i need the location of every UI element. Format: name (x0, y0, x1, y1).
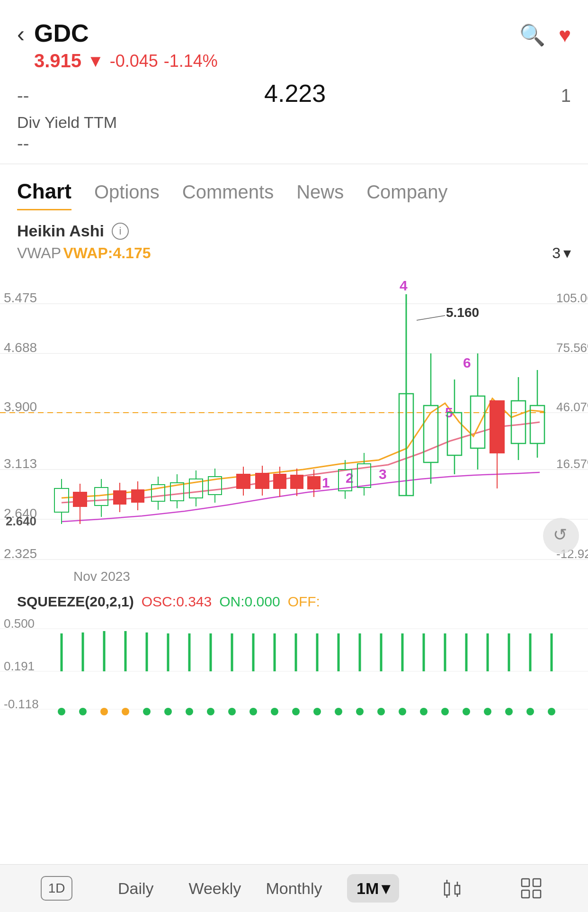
tabs-nav: Chart Options Comments News Company (0, 164, 588, 210)
main-chart: 5.475 4.688 3.900 3.113 2.640 2.325 105.… (0, 266, 588, 590)
period-badge[interactable]: 1M ▾ (347, 874, 399, 903)
stock-arrow: ▼ (87, 51, 104, 71)
svg-rect-159 (522, 879, 529, 886)
svg-point-150 (526, 708, 534, 715)
svg-text:↺: ↺ (553, 525, 567, 544)
indicator-label: Heikin Ashi (17, 222, 104, 240)
stat-left: -- (17, 86, 29, 106)
svg-text:1: 1 (322, 475, 330, 490)
stock-price: 3.915 (34, 50, 81, 72)
svg-point-120 (207, 708, 214, 715)
svg-point-142 (441, 708, 449, 715)
svg-point-108 (79, 708, 87, 715)
tab-chart[interactable]: Chart (17, 180, 71, 210)
svg-rect-46 (237, 474, 250, 488)
svg-text:6: 6 (463, 355, 471, 370)
svg-text:5.160: 5.160 (446, 305, 479, 320)
div-yield-value: -- (17, 134, 571, 154)
tab-company[interactable]: Company (366, 181, 447, 208)
svg-text:0.500: 0.500 (4, 616, 35, 631)
svg-point-134 (356, 708, 364, 715)
monthly-button[interactable]: Monthly (254, 879, 333, 898)
layout-button[interactable] (492, 876, 571, 901)
stat-right: 1 (561, 86, 571, 106)
indicator-row: Heikin Ashi i (0, 222, 588, 240)
svg-point-112 (122, 708, 129, 715)
tab-options[interactable]: Options (94, 181, 160, 208)
bottom-toolbar: 1D Daily Weekly Monthly 1M ▾ (0, 864, 588, 912)
svg-text:2: 2 (346, 470, 354, 486)
period-select[interactable]: 3 ▾ (552, 244, 571, 262)
svg-point-136 (377, 708, 385, 715)
svg-point-132 (335, 708, 342, 715)
vwap-label: VWAP (17, 244, 61, 262)
svg-point-114 (143, 708, 151, 715)
stats-row: -- 4.223 1 (0, 79, 588, 113)
chart-svg: 5.475 4.688 3.900 3.113 2.640 2.325 105.… (0, 266, 588, 588)
daily-button[interactable]: Daily (96, 879, 175, 898)
period-arrow: ▾ (563, 244, 571, 262)
svg-rect-52 (274, 474, 286, 488)
grid-icon (519, 876, 543, 901)
chart-container: Heikin Ashi i VWAP VWAP:4.175 3 ▾ 5.475 … (0, 210, 588, 735)
svg-text:4.688: 4.688 (4, 340, 37, 355)
svg-point-118 (186, 708, 193, 715)
svg-point-130 (313, 708, 321, 715)
svg-point-144 (463, 708, 470, 715)
svg-text:3: 3 (379, 466, 387, 482)
svg-point-110 (100, 708, 108, 715)
svg-rect-87 (490, 401, 504, 453)
svg-rect-161 (522, 890, 529, 898)
svg-text:2.325: 2.325 (4, 546, 37, 561)
header-actions: 🔍 ♥ (519, 23, 571, 47)
svg-text:Nov 2023: Nov 2023 (73, 569, 130, 584)
stat-center: 4.223 (264, 79, 326, 108)
squeeze-on-label: ON:0.000 (219, 594, 280, 610)
stock-change-pct: -1.14% (164, 51, 218, 71)
period-number: 3 (552, 244, 561, 262)
svg-point-128 (292, 708, 300, 715)
svg-text:3.113: 3.113 (4, 456, 37, 471)
info-icon[interactable]: i (112, 223, 129, 240)
svg-rect-28 (114, 491, 126, 504)
heart-icon[interactable]: ♥ (559, 23, 571, 47)
squeeze-osc-label: OSC:0.343 (142, 594, 212, 610)
back-button[interactable]: ‹ (17, 21, 25, 47)
tab-comments[interactable]: Comments (182, 181, 274, 208)
vwap-info: VWAP VWAP:4.175 (17, 244, 151, 262)
stock-info: GDC 3.915 ▼ -0.045 -1.14% (34, 19, 218, 72)
one-d-button[interactable]: 1D (17, 876, 96, 901)
chart-type-button[interactable] (413, 876, 492, 901)
svg-point-122 (228, 708, 236, 715)
squeeze-chart: 0.500 0.191 -0.118 (0, 610, 588, 735)
svg-text:-0.118: -0.118 (4, 697, 39, 711)
svg-rect-156 (455, 885, 460, 894)
weekly-button[interactable]: Weekly (175, 879, 254, 898)
svg-point-138 (399, 708, 406, 715)
stock-change: -0.045 (110, 51, 158, 71)
header-left: ‹ GDC 3.915 ▼ -0.045 -1.14% (17, 19, 218, 72)
svg-point-152 (548, 708, 555, 715)
svg-text:4: 4 (400, 278, 408, 293)
search-icon[interactable]: 🔍 (519, 23, 545, 47)
period-1m-button[interactable]: 1M ▾ (334, 874, 413, 903)
tab-news[interactable]: News (296, 181, 344, 208)
candlestick-icon (440, 876, 464, 901)
svg-point-146 (484, 708, 491, 715)
one-d-badge[interactable]: 1D (41, 876, 73, 901)
svg-point-116 (164, 708, 172, 715)
stock-ticker: GDC (34, 19, 218, 47)
svg-rect-22 (73, 492, 87, 506)
squeeze-label-row: SQUEEZE(20,2,1) OSC:0.343 ON:0.000 OFF: (0, 590, 588, 610)
svg-rect-153 (445, 883, 449, 895)
svg-text:16.57%: 16.57% (556, 457, 588, 471)
svg-point-106 (58, 708, 65, 715)
svg-text:75.56%: 75.56% (556, 341, 588, 355)
vwap-value: VWAP:4.175 (63, 244, 151, 262)
price-row: 3.915 ▼ -0.045 -1.14% (34, 50, 218, 72)
svg-text:46.07%: 46.07% (556, 400, 588, 414)
vwap-row: VWAP VWAP:4.175 3 ▾ (0, 244, 588, 262)
svg-rect-162 (533, 890, 541, 898)
squeeze-off-label: OFF: (288, 594, 320, 610)
svg-point-126 (271, 708, 278, 715)
